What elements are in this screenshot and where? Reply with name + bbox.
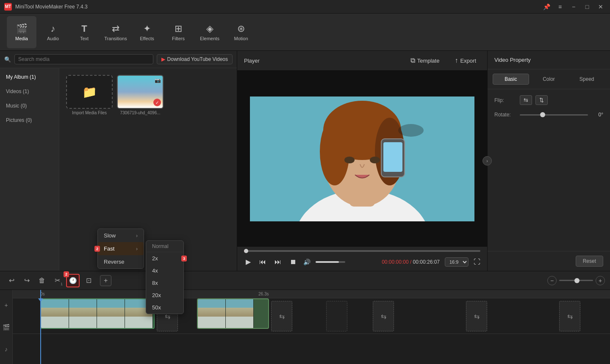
speed-4x[interactable]: 4x [146, 265, 183, 277]
svg-point-6 [320, 118, 349, 185]
close-button[interactable]: ✕ [596, 2, 606, 12]
video-media-item[interactable]: 📷 ✓ 7306719-uhd_4096... [117, 75, 164, 115]
sidebar-item-music[interactable]: Music (0) [0, 99, 59, 113]
speed-20x[interactable]: 20x [146, 289, 183, 301]
sidebar-item-pictures[interactable]: Pictures (0) [0, 113, 59, 127]
minimize-button[interactable]: − [568, 2, 579, 12]
toolbar-text[interactable]: T Text [69, 16, 99, 48]
crop-button[interactable]: ⊡ [82, 274, 95, 287]
add-video-track[interactable]: + [4, 302, 8, 309]
aspect-ratio-select[interactable]: 16:9 9:16 1:1 4:3 [445, 257, 469, 267]
transition-clip-3[interactable]: ⇆ [373, 301, 394, 331]
toolbar-elements[interactable]: ◈ Elements [195, 16, 225, 48]
camera-icon: 📷 [155, 77, 161, 83]
sidebar-item-videos[interactable]: Videos (1) [0, 84, 59, 99]
tab-speed[interactable]: Speed [568, 74, 605, 85]
transition-clip-2[interactable]: ⇆ [271, 301, 292, 331]
export-label: Export [460, 58, 476, 64]
maximize-button[interactable]: □ [582, 2, 592, 12]
clip-frame-5 [198, 299, 226, 328]
clip-frame-1 [41, 299, 69, 328]
toolbar-audio[interactable]: ♪ Audio [38, 16, 68, 48]
volume-slider[interactable] [316, 261, 345, 263]
app-icon: MT [4, 3, 12, 11]
media-label: Media [15, 36, 28, 41]
speed-slow-item[interactable]: Slow › [98, 229, 144, 242]
progress-dot [244, 249, 248, 253]
speed-2x[interactable]: 2x 3 [146, 252, 183, 265]
search-icon: 🔍 [4, 56, 11, 63]
playhead[interactable] [40, 290, 41, 364]
prev-frame-button[interactable]: ⏮ [258, 256, 268, 267]
undo-button[interactable]: ↩ [5, 274, 18, 287]
toolbar-effects[interactable]: ✦ Effects [132, 16, 162, 48]
tracks-area: 0s 26.3s ⇆ [13, 290, 610, 364]
fast-label: Fast [104, 245, 114, 252]
redo-button[interactable]: ↪ [20, 274, 33, 287]
zoom-out-button[interactable]: − [547, 276, 557, 285]
audio-label: Audio [47, 36, 59, 41]
toolbar-filters[interactable]: ⊞ Filters [164, 16, 193, 48]
yt-label: Download YouTube Videos [167, 56, 228, 62]
video-preview [237, 71, 487, 247]
player-header-actions: ⧉ Template ↑ Export [406, 55, 480, 66]
svg-point-8 [344, 157, 355, 163]
elements-label: Elements [200, 36, 219, 41]
toolbar-transitions[interactable]: ⇄ Transitions [101, 16, 130, 48]
cut-button[interactable]: ✂ 1 [51, 274, 64, 287]
import-thumb: 📁 [66, 75, 113, 109]
fast-submenu: Normal 2x 3 4x 8x 20x 50x [146, 240, 184, 314]
timeline-ruler: 0s 26.3s [13, 290, 610, 298]
speed-2x-label: 2x [152, 255, 158, 262]
delete-button[interactable]: 🗑 [36, 274, 48, 287]
next-frame-button[interactable]: ⏭ [273, 256, 283, 267]
search-input[interactable] [14, 54, 153, 64]
collapse-panel-button[interactable]: › [482, 156, 492, 165]
pin-button[interactable]: 📌 [541, 2, 552, 12]
player-controls: ▶ ⏮ ⏭ ⏹ 🔊 00:00:00:00 / 00:00:26:07 16:9… [237, 247, 487, 271]
flip-horizontal-button[interactable]: ⇆ [520, 95, 532, 105]
zoom-controls: − + [547, 276, 605, 285]
normal-label-item: Normal [146, 241, 183, 252]
filters-icon: ⊞ [175, 23, 182, 34]
speed-8x[interactable]: 8x [146, 277, 183, 289]
progress-bar[interactable] [244, 250, 480, 252]
zoom-in-button[interactable]: + [596, 276, 605, 285]
template-button[interactable]: ⧉ Template [406, 55, 444, 66]
speed-button-wrapper: 🕐 2 [66, 274, 80, 287]
tab-color[interactable]: Color [531, 74, 567, 85]
video-clip-main[interactable] [40, 298, 155, 329]
video-track: ⇆ ⇆ ⇆ ⇆ ⇆ [13, 298, 610, 334]
flip-vertical-button[interactable]: ⇅ [535, 95, 548, 105]
video-clip-2[interactable] [197, 298, 269, 329]
transitions-label: Transitions [104, 36, 127, 41]
speed-reverse-item[interactable]: Reverse [98, 255, 144, 268]
zoom-slider[interactable] [559, 280, 593, 281]
yt-download-button[interactable]: ▶ Download YouTube Videos [157, 54, 233, 64]
transition-clip-4[interactable]: ⇆ [466, 301, 487, 331]
settings-button[interactable]: ≡ [555, 2, 565, 12]
player-header: Player ⧉ Template ↑ Export [237, 51, 487, 71]
sidebar-menu: My Album (1) Videos (1) Music (0) Pictur… [0, 68, 59, 271]
toolbar-media[interactable]: 🎬 Media [7, 16, 36, 48]
video-property-title: Video Property [488, 51, 610, 69]
play-button[interactable]: ▶ [244, 256, 252, 267]
import-media-item[interactable]: 📁 Import Media Files [66, 75, 113, 115]
rotate-slider[interactable] [520, 114, 588, 116]
text-icon: T [81, 23, 87, 34]
reset-button[interactable]: Reset [576, 256, 603, 267]
add-track-button[interactable]: + [100, 275, 111, 286]
stop-button[interactable]: ⏹ [288, 256, 298, 267]
transition-clip-5[interactable]: ⇆ [559, 301, 580, 331]
audio-icon: ♪ [51, 23, 55, 34]
time-display: 00:00:00:00 / 00:00:26:07 [382, 259, 440, 265]
speed-50x[interactable]: 50x [146, 301, 183, 314]
toolbar-motion[interactable]: ⊛ Motion [226, 16, 256, 48]
tab-basic[interactable]: Basic [493, 74, 529, 85]
sidebar-item-myalbum[interactable]: My Album (1) [0, 70, 59, 84]
clip-frame-3 [97, 299, 125, 328]
export-button[interactable]: ↑ Export [450, 55, 480, 66]
speed-fast-item[interactable]: Fast › 2 [98, 242, 144, 255]
export-icon: ↑ [455, 57, 458, 64]
fullscreen-button[interactable]: ⛶ [474, 258, 480, 266]
